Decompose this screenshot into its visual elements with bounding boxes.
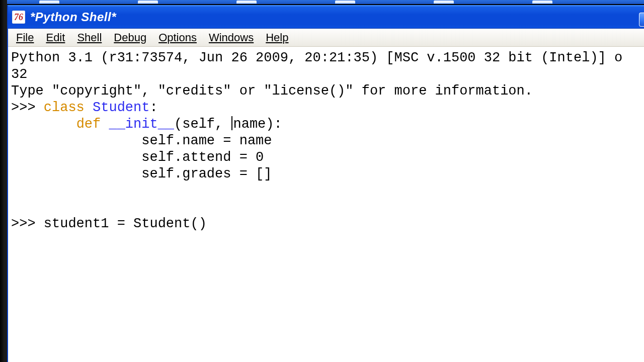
body-line-2: self.attend = 0 [141, 150, 264, 165]
prompt-2: >>> [11, 216, 44, 231]
python-shell-window: 76 *Python Shell* File Edit Shell Debug … [7, 5, 644, 362]
indent [11, 166, 141, 182]
menubar: File Edit Shell Debug Options Windows He… [8, 29, 644, 47]
tk-app-icon: 76 [12, 11, 25, 24]
space [101, 117, 109, 132]
keyword-class: class [44, 100, 85, 115]
sig-post: name): [233, 117, 282, 132]
indent [11, 117, 76, 132]
body-line-3: self.grades = [] [141, 166, 272, 182]
menu-help[interactable]: Help [260, 30, 294, 45]
window-title: *Python Shell* [30, 10, 116, 24]
menu-shell[interactable]: Shell [71, 30, 108, 45]
space [85, 100, 93, 115]
dunder-init: __init__ [109, 117, 174, 132]
name-student: Student [93, 100, 149, 115]
banner-line-3: Type "copyright", "credits" or "license(… [11, 83, 533, 99]
titlebar[interactable]: 76 *Python Shell* [8, 6, 644, 29]
menu-windows[interactable]: Windows [203, 30, 260, 45]
menu-options[interactable]: Options [152, 30, 203, 45]
input-line-2: student1 = Student() [44, 216, 207, 231]
taskbar-strip [0, 0, 644, 4]
maximize-button[interactable] [639, 13, 644, 27]
prompt-1: >>> [11, 100, 44, 115]
indent [11, 133, 141, 148]
keyword-def: def [76, 117, 101, 132]
left-desktop-edge [0, 0, 7, 362]
sig-pre: (self, [174, 117, 231, 132]
menu-file[interactable]: File [10, 30, 40, 45]
menu-edit[interactable]: Edit [40, 30, 71, 45]
colon: : [149, 100, 157, 115]
banner-line-2: 32 [11, 67, 27, 82]
indent [11, 150, 141, 165]
banner-line-1: Python 3.1 (r31:73574, Jun 26 2009, 20:2… [11, 50, 622, 65]
menu-debug[interactable]: Debug [108, 30, 152, 45]
body-line-1: self.name = name [141, 133, 272, 148]
shell-text-area[interactable]: Python 3.1 (r31:73574, Jun 26 2009, 20:2… [8, 47, 644, 232]
